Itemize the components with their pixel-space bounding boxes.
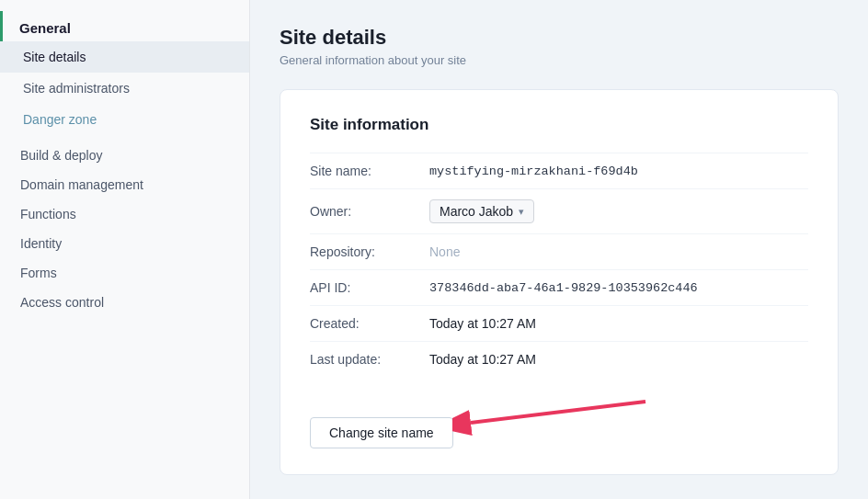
owner-value: Marco Jakob [440,204,513,219]
arrow-annotation [452,388,655,443]
svg-line-1 [471,402,645,423]
sidebar-item-identity[interactable]: Identity [0,227,249,256]
repository-value: None [429,244,460,259]
sidebar-item-site-details[interactable]: Site details [0,41,249,73]
sidebar-item-forms[interactable]: Forms [0,256,249,286]
api-id-row: API ID: 378346dd-aba7-46a1-9829-10353962… [310,269,808,305]
sidebar-item-build-deploy[interactable]: Build & deploy [0,139,249,168]
sidebar: General Site details Site administrators… [0,0,250,499]
main-content: Site details General information about y… [250,0,868,499]
api-id-label: API ID: [310,280,429,295]
repository-label: Repository: [310,244,429,259]
sidebar-item-danger-zone[interactable]: Danger zone [0,104,249,135]
last-update-row: Last update: Today at 10:27 AM [310,341,808,377]
owner-row: Owner: Marco Jakob ▾ [310,188,808,233]
api-id-value: 378346dd-aba7-46a1-9829-10353962c446 [429,281,698,295]
sidebar-item-functions[interactable]: Functions [0,198,249,227]
change-name-area: Change site name [310,397,808,448]
last-update-label: Last update: [310,352,429,367]
sidebar-item-access-control[interactable]: Access control [0,286,249,315]
repository-row: Repository: None [310,233,808,269]
sidebar-item-domain-management[interactable]: Domain management [0,168,249,198]
site-name-row: Site name: mystifying-mirzakhani-f69d4b [310,153,808,188]
sidebar-general-group: General [0,11,249,41]
created-value: Today at 10:27 AM [429,316,536,331]
site-name-value: mystifying-mirzakhani-f69d4b [429,164,638,178]
created-row: Created: Today at 10:27 AM [310,305,808,341]
chevron-down-icon: ▾ [519,206,524,218]
card-title: Site information [310,116,808,134]
page-subtitle: General information about your site [280,53,839,67]
site-information-card: Site information Site name: mystifying-m… [280,89,839,475]
change-site-name-button[interactable]: Change site name [310,417,453,448]
owner-label: Owner: [310,204,429,219]
created-label: Created: [310,316,429,331]
owner-dropdown[interactable]: Marco Jakob ▾ [429,199,534,223]
page-title: Site details [280,26,839,50]
sidebar-item-site-administrators[interactable]: Site administrators [0,73,249,104]
site-name-label: Site name: [310,164,429,178]
last-update-value: Today at 10:27 AM [429,352,536,367]
